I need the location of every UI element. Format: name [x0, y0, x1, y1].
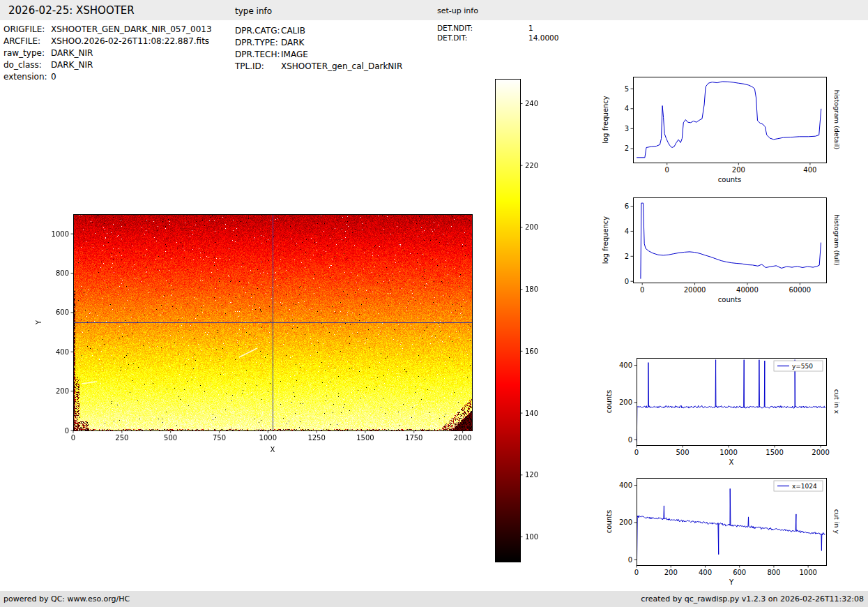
dpr-tech-row: DPR.TECH:IMAGE	[235, 49, 402, 61]
type-info-heading: type info	[235, 6, 272, 16]
svg-text:cut in y: cut in y	[833, 509, 841, 534]
svg-text:100: 100	[525, 533, 538, 541]
svg-text:X: X	[271, 446, 275, 454]
extension-value: 0	[51, 72, 56, 82]
raw-image-plot: 0250500750100012501500175020000200400600…	[28, 207, 488, 465]
svg-text:400: 400	[56, 348, 69, 356]
svg-text:60000: 60000	[789, 286, 811, 294]
raw-type-row: raw_type:DARK_NIR	[3, 47, 212, 59]
svg-text:140: 140	[525, 410, 538, 417]
svg-text:400: 400	[619, 361, 632, 369]
origfile-value: XSHOOTER_GEN_DARK_NIR_057_0013	[51, 24, 212, 34]
svg-text:X: X	[729, 458, 734, 466]
raw-type-value: DARK_NIR	[51, 48, 93, 58]
svg-text:500: 500	[164, 434, 177, 442]
colorbar-axes: 100120140160180200220240	[488, 73, 561, 570]
svg-text:log frequency: log frequency	[602, 216, 609, 264]
svg-text:4: 4	[625, 227, 629, 235]
extension-label: extension:	[3, 71, 51, 83]
svg-text:counts: counts	[605, 390, 613, 413]
svg-text:600: 600	[733, 569, 746, 576]
svg-text:counts: counts	[605, 510, 613, 533]
tpl-id-row: TPL.ID:XSHOOTER_gen_cal_DarkNIR	[235, 61, 402, 73]
svg-text:750: 750	[213, 434, 226, 442]
det-dit-value: 14.0000	[528, 33, 558, 42]
do-class-label: do_class:	[3, 59, 51, 71]
svg-text:counts: counts	[718, 296, 741, 304]
det-ndit-value: 1	[528, 24, 533, 32]
svg-text:0: 0	[665, 166, 669, 174]
det-ndit-label: DET.NDIT:	[437, 23, 528, 33]
colorbar: 100120140160180200220240	[488, 73, 561, 570]
chart-axes: 0250500750100012501500175020000200400600…	[28, 207, 488, 465]
svg-text:2000: 2000	[812, 449, 829, 456]
svg-text:160: 160	[525, 347, 538, 355]
setup-info-block: DET.NDIT:1 DET.DIT:14.0000	[437, 23, 558, 43]
svg-text:0: 0	[628, 556, 632, 564]
dpr-tech-value: IMAGE	[281, 50, 308, 59]
svg-text:400: 400	[699, 569, 712, 576]
svg-text:1500: 1500	[766, 449, 783, 456]
svg-text:200: 200	[619, 398, 632, 406]
cut-in-x-plot: 05001000150020000200400Xcountscut in xy=…	[596, 351, 847, 470]
svg-text:20000: 20000	[684, 286, 706, 294]
svg-text:0: 0	[71, 434, 75, 442]
dpr-catg-value: CALIB	[281, 26, 305, 36]
svg-text:1750: 1750	[405, 434, 422, 442]
header-bar: 2026-02-25: XSHOOTER type info set-up in…	[0, 0, 868, 20]
svg-text:2000: 2000	[454, 434, 471, 442]
type-info-block: DPR.CATG:CALIB DPR.TYPE:DARK DPR.TECH:IM…	[235, 25, 402, 73]
svg-text:histogram (full): histogram (full)	[833, 214, 841, 265]
svg-text:x=1024: x=1024	[792, 483, 817, 490]
footer-bar: powered by QC: www.eso.org/HC created by…	[0, 591, 868, 607]
dpr-type-row: DPR.TYPE:DARK	[235, 37, 402, 49]
histogram-full-plot: 02000040000600000246countslog frequencyh…	[596, 190, 847, 309]
svg-text:220: 220	[525, 162, 538, 170]
svg-text:600: 600	[56, 308, 69, 316]
footer-right-text: created by qc_rawdisp.py v1.2.3 on 2026-…	[641, 594, 864, 604]
svg-text:200: 200	[619, 518, 632, 526]
svg-text:0: 0	[640, 286, 644, 294]
dpr-catg-label: DPR.CATG:	[235, 25, 281, 37]
raw-type-label: raw_type:	[3, 47, 51, 59]
svg-text:2: 2	[625, 253, 629, 260]
svg-text:200: 200	[664, 569, 678, 576]
svg-text:log frequency: log frequency	[602, 96, 609, 144]
footer-left-text: powered by QC: www.eso.org/HC	[3, 594, 130, 604]
chart-axes: 02000040000600000246countslog frequencyh…	[596, 190, 847, 309]
dpr-tech-label: DPR.TECH:	[235, 49, 281, 61]
svg-text:6: 6	[625, 202, 629, 210]
dpr-catg-row: DPR.CATG:CALIB	[235, 25, 402, 37]
svg-text:200: 200	[56, 387, 69, 395]
do-class-value: DARK_NIR	[51, 60, 93, 70]
svg-text:2: 2	[625, 144, 629, 152]
chart-axes: 05001000150020000200400Xcountscut in xy=…	[596, 351, 847, 470]
det-ndit-row: DET.NDIT:1	[437, 23, 558, 33]
svg-text:400: 400	[803, 166, 816, 174]
extension-row: extension:0	[3, 71, 212, 83]
svg-text:Y: Y	[35, 320, 43, 325]
svg-text:40000: 40000	[736, 286, 759, 294]
setup-info-heading: set-up info	[437, 6, 478, 15]
page-title: 2026-02-25: XSHOOTER	[8, 4, 135, 17]
svg-text:250: 250	[115, 434, 128, 442]
svg-text:500: 500	[676, 449, 689, 456]
do-class-row: do_class:DARK_NIR	[3, 59, 212, 71]
svg-text:1000: 1000	[719, 449, 737, 456]
svg-text:200: 200	[525, 223, 538, 231]
dpr-type-value: DARK	[281, 38, 304, 47]
svg-text:120: 120	[525, 471, 538, 479]
origfile-label: ORIGFILE:	[3, 24, 51, 36]
svg-text:240: 240	[525, 100, 538, 107]
svg-text:Y: Y	[729, 578, 734, 586]
det-dit-row: DET.DIT:14.0000	[437, 33, 558, 43]
tpl-id-value: XSHOOTER_gen_cal_DarkNIR	[281, 61, 402, 71]
svg-text:1000: 1000	[259, 434, 277, 442]
det-dit-label: DET.DIT:	[437, 33, 528, 43]
tpl-id-label: TPL.ID:	[235, 61, 281, 73]
histogram-detail-plot: 02004002345countslog frequencyhistogram …	[596, 70, 847, 188]
chart-axes: 02004002345countslog frequencyhistogram …	[596, 70, 847, 188]
svg-text:800: 800	[56, 269, 69, 277]
svg-text:180: 180	[525, 285, 538, 293]
svg-text:counts: counts	[718, 176, 741, 183]
